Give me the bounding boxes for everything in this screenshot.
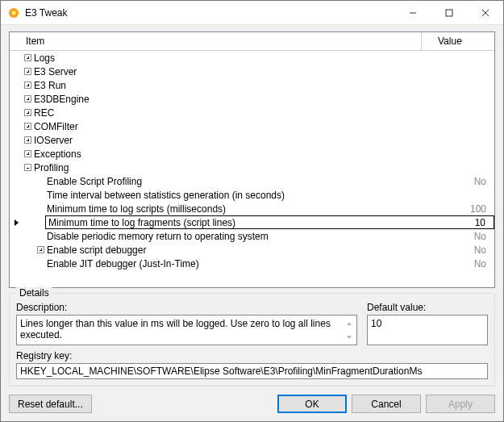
row-label: COMFilter bbox=[32, 119, 422, 133]
row-value: No bbox=[422, 174, 494, 188]
tree-item[interactable]: Minimum time to log fragments (script li… bbox=[10, 215, 494, 229]
tree-category[interactable]: E3DBEngine bbox=[10, 92, 494, 106]
expand-toggle[interactable] bbox=[23, 123, 32, 130]
tree-category[interactable]: E3 Run bbox=[10, 78, 494, 92]
expand-toggle[interactable] bbox=[23, 164, 32, 171]
row-value: 10 bbox=[422, 215, 494, 229]
row-value: No bbox=[422, 229, 494, 243]
tree-category[interactable]: Exceptions bbox=[10, 147, 494, 161]
registry-label: Registry key: bbox=[16, 350, 488, 361]
details-label: Details bbox=[16, 287, 52, 299]
app-window: E3 Tweak Item Value LogsE3 ServerE3 RunE… bbox=[0, 0, 504, 422]
footer: Reset default... OK Cancel Apply bbox=[1, 386, 503, 421]
col-item[interactable]: Item bbox=[10, 32, 422, 50]
reset-default-button[interactable]: Reset default... bbox=[9, 395, 92, 413]
tree-category[interactable]: COMFilter bbox=[10, 119, 494, 133]
row-gutter bbox=[10, 219, 23, 226]
window-title: E3 Tweak bbox=[25, 7, 394, 19]
row-label: Minimum time to log scripts (millisecond… bbox=[45, 202, 422, 215]
tree-item[interactable]: Disable periodic memory return to operat… bbox=[10, 229, 494, 243]
scroll-up-icon[interactable] bbox=[343, 316, 356, 330]
tree-item[interactable]: Enable JIT debugger (Just-In-Time)No bbox=[10, 257, 494, 270]
row-value bbox=[422, 119, 494, 133]
ok-button[interactable]: OK bbox=[277, 395, 347, 413]
svg-marker-6 bbox=[347, 322, 352, 325]
row-label: E3 Run bbox=[32, 78, 422, 92]
row-label: Enable script debugger bbox=[45, 243, 422, 257]
registry-text: HKEY_LOCAL_MACHINE\SOFTWARE\Elipse Softw… bbox=[20, 366, 422, 377]
svg-point-1 bbox=[12, 10, 16, 15]
description-scrollbar[interactable] bbox=[343, 316, 356, 344]
default-value-box[interactable]: 10 bbox=[367, 315, 488, 345]
scroll-down-icon[interactable] bbox=[343, 330, 356, 344]
row-label: Enable Script Profiling bbox=[45, 174, 422, 188]
default-value-text: 10 bbox=[371, 318, 381, 329]
row-label: E3 Server bbox=[32, 65, 422, 78]
tree-category[interactable]: REC bbox=[10, 106, 494, 119]
expand-toggle[interactable] bbox=[23, 136, 32, 144]
current-row-arrow-icon bbox=[15, 219, 19, 226]
tree-category[interactable]: IOServer bbox=[10, 133, 494, 147]
apply-button[interactable]: Apply bbox=[426, 395, 495, 413]
maximize-button[interactable] bbox=[431, 1, 467, 24]
tree-item[interactable]: Enable script debuggerNo bbox=[10, 243, 494, 257]
row-value: 100 bbox=[422, 202, 494, 215]
row-label: Disable periodic memory return to operat… bbox=[45, 229, 422, 243]
svg-marker-7 bbox=[347, 336, 352, 339]
row-label: Logs bbox=[32, 51, 422, 65]
tree-category[interactable]: E3 Server bbox=[10, 65, 494, 78]
expand-toggle[interactable] bbox=[35, 246, 45, 253]
close-button[interactable] bbox=[467, 1, 503, 24]
tree-item[interactable]: Minimum time to log scripts (millisecond… bbox=[10, 202, 494, 215]
row-value bbox=[422, 51, 494, 65]
row-value bbox=[422, 188, 494, 202]
minimize-button[interactable] bbox=[394, 1, 431, 24]
expand-toggle[interactable] bbox=[23, 150, 32, 157]
row-label: Enable JIT debugger (Just-In-Time) bbox=[45, 257, 422, 270]
registry-box[interactable]: HKEY_LOCAL_MACHINE\SOFTWARE\Elipse Softw… bbox=[16, 363, 488, 379]
tree-item[interactable]: Time interval between statistics generat… bbox=[10, 188, 494, 202]
content-area: Item Value LogsE3 ServerE3 RunE3DBEngine… bbox=[1, 25, 503, 386]
row-value bbox=[422, 133, 494, 147]
col-value[interactable]: Value bbox=[422, 32, 494, 50]
row-value bbox=[422, 147, 494, 161]
app-icon bbox=[7, 6, 20, 19]
row-value bbox=[422, 65, 494, 78]
svg-rect-3 bbox=[446, 10, 452, 16]
expand-toggle[interactable] bbox=[23, 68, 32, 75]
row-label: Minimum time to log fragments (script li… bbox=[45, 215, 422, 229]
row-value: No bbox=[422, 257, 494, 270]
tree-category-profiling[interactable]: Profiling bbox=[10, 161, 494, 174]
row-value bbox=[422, 92, 494, 106]
row-label: Exceptions bbox=[32, 147, 422, 161]
settings-grid[interactable]: Item Value LogsE3 ServerE3 RunE3DBEngine… bbox=[9, 31, 495, 288]
row-label: IOServer bbox=[32, 133, 422, 147]
description-label: Description: bbox=[16, 302, 357, 313]
row-label: Profiling bbox=[32, 161, 422, 174]
row-label: Time interval between statistics generat… bbox=[45, 188, 422, 202]
tree-category[interactable]: Logs bbox=[10, 51, 494, 65]
row-label: E3DBEngine bbox=[32, 92, 422, 106]
cancel-button[interactable]: Cancel bbox=[352, 395, 421, 413]
expand-toggle[interactable] bbox=[23, 95, 32, 102]
row-label: REC bbox=[32, 106, 422, 119]
tree-item[interactable]: Enable Script ProfilingNo bbox=[10, 174, 494, 188]
window-buttons bbox=[394, 1, 503, 24]
expand-toggle[interactable] bbox=[23, 109, 32, 116]
default-value-label: Default value: bbox=[367, 302, 488, 313]
description-box[interactable]: Lines longer than this value in ms will … bbox=[16, 315, 357, 345]
details-group: Details Description: Lines longer than t… bbox=[9, 293, 495, 386]
row-value bbox=[422, 161, 494, 174]
row-value bbox=[422, 78, 494, 92]
row-value: No bbox=[422, 243, 494, 257]
grid-body[interactable]: LogsE3 ServerE3 RunE3DBEngineRECCOMFilte… bbox=[10, 51, 494, 287]
expand-toggle[interactable] bbox=[23, 54, 32, 61]
titlebar[interactable]: E3 Tweak bbox=[1, 1, 503, 25]
row-value bbox=[422, 106, 494, 119]
grid-header: Item Value bbox=[10, 32, 494, 51]
expand-toggle[interactable] bbox=[23, 81, 32, 89]
description-text: Lines longer than this value in ms will … bbox=[20, 318, 331, 341]
